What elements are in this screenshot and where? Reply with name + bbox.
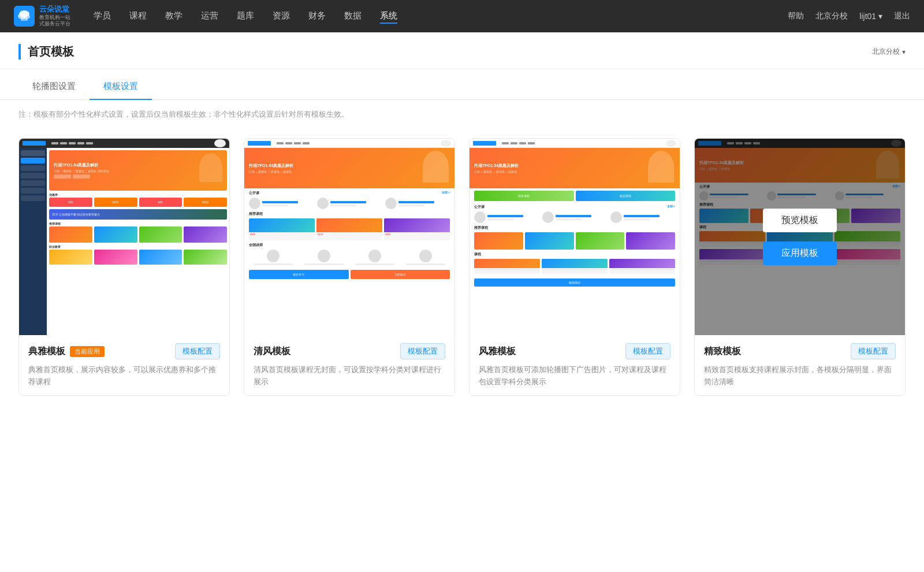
- template-2-desc: 清风首页模板课程无封面，可设置按学科分类对课程进行展示: [254, 364, 445, 388]
- user-dropdown[interactable]: lijt01: [859, 12, 882, 21]
- nav-item-operations[interactable]: 运营: [201, 8, 218, 24]
- template-4-overlay: 预览模板 应用模板: [695, 139, 905, 335]
- template-3-config-button[interactable]: 模板配置: [625, 343, 670, 359]
- branch-name: 北京分校: [872, 47, 900, 57]
- template-card-1: 托福TPO1-54真题及解析 口语 △选优化 △意选化 △选优化 写作优化: [18, 138, 230, 396]
- tab-carousel[interactable]: 轮播图设置: [18, 74, 90, 100]
- template-4-name: 精致模板: [704, 346, 741, 358]
- logo-icon: [14, 6, 35, 27]
- template-2-name: 清风模板: [254, 346, 290, 358]
- nav-item-courses[interactable]: 课程: [129, 8, 147, 24]
- template-1-footer: 典雅模板 当前应用 模板配置 典雅首页模板，展示内容较多，可以展示优惠券和多个推…: [19, 335, 229, 395]
- template-preview-2: 托福TPO1-54真题及解析 口语 △选优化 △意选化 △选优化 公开课全部 >: [244, 139, 454, 335]
- nav-item-data[interactable]: 数据: [344, 8, 362, 24]
- template-3-desc: 风雅首页模板可添加轮播图下广告图片，可对课程及课程包设置学科分类展示: [479, 364, 670, 388]
- template-1-name: 典雅模板: [28, 346, 65, 358]
- nav-left: 云朵说堂 教育机构一站 式服务云平台 学员 课程 教学 运营 题库 资源 财务 …: [14, 5, 397, 28]
- tabs-bar: 轮播图设置 模板设置: [0, 74, 924, 100]
- notice-text: 注：模板有部分个性化样式设置，设置后仅当前模板生效；非个性化样式设置后针对所有模…: [0, 100, 924, 124]
- tab-template[interactable]: 模板设置: [90, 74, 152, 100]
- top-navigation: 云朵说堂 教育机构一站 式服务云平台 学员 课程 教学 运营 题库 资源 财务 …: [0, 0, 924, 32]
- help-link[interactable]: 帮助: [788, 11, 804, 21]
- nav-items: 学员 课程 教学 运营 题库 资源 财务 数据 系统: [94, 8, 397, 24]
- nav-item-finance[interactable]: 财务: [308, 8, 326, 24]
- template-4-apply-button[interactable]: 应用模板: [763, 242, 837, 265]
- template-preview-3: 托福TPO1-54真题及解析 口语 △选优化 △意选化 △选优化 特价课程 精品…: [470, 139, 680, 335]
- template-card-3: 托福TPO1-54真题及解析 口语 △选优化 △意选化 △选优化 特价课程 精品…: [469, 138, 680, 396]
- nav-item-teaching[interactable]: 教学: [165, 8, 182, 24]
- branch-selector[interactable]: 北京分校 ▾: [872, 47, 906, 57]
- template-1-desc: 典雅首页模板，展示内容较多，可以展示优惠券和多个推荐课程: [28, 364, 220, 388]
- nav-item-resources[interactable]: 资源: [273, 8, 290, 24]
- page-title: 首页模板: [18, 44, 74, 60]
- template-4-desc: 精致首页模板支持课程展示封面，各模板分隔明显，界面简洁清晰: [704, 364, 896, 388]
- template-preview-1: 托福TPO1-54真题及解析 口语 △选优化 △意选化 △选优化 写作优化: [19, 139, 229, 335]
- branch-link[interactable]: 北京分校: [815, 11, 848, 21]
- template-grid: 托福TPO1-54真题及解析 口语 △选优化 △意选化 △选优化 写作优化: [0, 124, 924, 419]
- page-header: 首页模板 北京分校 ▾: [0, 32, 924, 69]
- template-1-current-badge: 当前应用: [70, 346, 105, 357]
- logo[interactable]: 云朵说堂 教育机构一站 式服务云平台: [14, 5, 70, 28]
- nav-item-system[interactable]: 系统: [380, 8, 397, 24]
- page-content: 首页模板 北京分校 ▾ 轮播图设置 模板设置 注：模板有部分个性化样式设置，设置…: [0, 32, 924, 572]
- template-1-config-button[interactable]: 模板配置: [175, 343, 220, 359]
- logout-link[interactable]: 退出: [894, 11, 910, 21]
- template-2-footer: 清风模板 模板配置 清风首页模板课程无封面，可设置按学科分类对课程进行展示: [244, 335, 454, 395]
- chevron-down-icon: ▾: [902, 48, 906, 56]
- template-3-name: 风雅模板: [479, 346, 516, 358]
- template-2-config-button[interactable]: 模板配置: [400, 343, 445, 359]
- template-3-footer: 风雅模板 模板配置 风雅首页模板可添加轮播图下广告图片，可对课程及课程包设置学科…: [470, 335, 680, 395]
- nav-right: 帮助 北京分校 lijt01 退出: [788, 11, 910, 21]
- logo-text: 云朵说堂 教育机构一站 式服务云平台: [39, 5, 70, 28]
- template-4-preview-button[interactable]: 预览模板: [763, 209, 837, 232]
- svg-rect-3: [21, 17, 28, 21]
- template-4-config-button[interactable]: 模板配置: [851, 343, 896, 359]
- nav-item-students[interactable]: 学员: [94, 8, 111, 24]
- nav-item-questions[interactable]: 题库: [237, 8, 254, 24]
- template-4-footer: 精致模板 模板配置 精致首页模板支持课程展示封面，各模板分隔明显，界面简洁清晰: [695, 335, 905, 395]
- template-card-4: 托福TPO1-54真题及解析 口语 △选优化 △意选化 公开课全部 >: [694, 138, 906, 396]
- template-preview-4: 托福TPO1-54真题及解析 口语 △选优化 △意选化 公开课全部 >: [695, 139, 905, 335]
- template-card-2: 托福TPO1-54真题及解析 口语 △选优化 △意选化 △选优化 公开课全部 >: [244, 138, 455, 396]
